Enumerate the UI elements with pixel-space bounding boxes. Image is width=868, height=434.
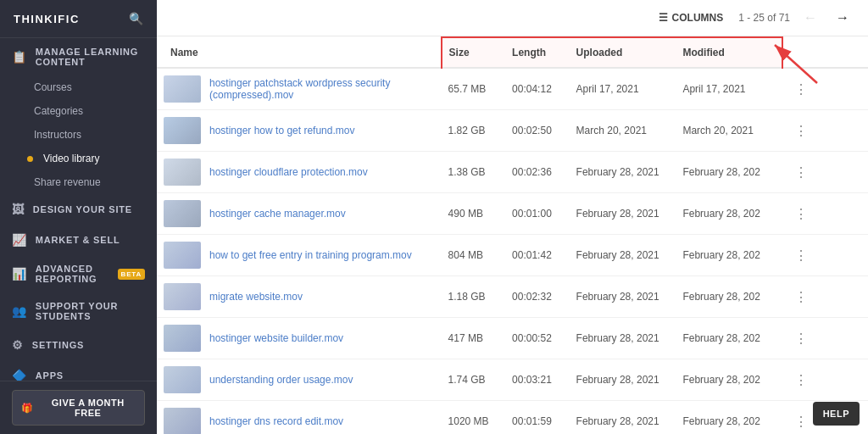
sidebar-item-video-library[interactable]: Video library — [0, 147, 157, 170]
file-uploaded: February 28, 2021 — [570, 193, 676, 235]
file-modified: February 28, 202 — [676, 193, 782, 235]
file-thumbnail — [164, 283, 201, 310]
file-menu-button[interactable]: ⋮ — [789, 246, 813, 265]
file-link[interactable]: hostinger dns record edit.mov — [209, 415, 343, 427]
file-table-container: Name Size Length Uploaded Modified hosti… — [157, 36, 868, 434]
file-name-cell: understanding order usage.mov — [157, 359, 442, 401]
table-row: hostinger cache manager.mov 490 MB 00:01… — [157, 193, 868, 235]
next-page-button[interactable]: → — [831, 8, 854, 27]
search-icon[interactable]: 🔍 — [129, 12, 143, 25]
sidebar-item-design-site[interactable]: 🖼 DESIGN YOUR SITE — [0, 194, 157, 225]
sidebar-section-label: ADVANCED REPORTING — [36, 264, 106, 284]
col-header-length[interactable]: Length — [505, 37, 570, 68]
file-length: 00:03:21 — [505, 359, 570, 401]
gift-icon: 🎁 — [21, 403, 34, 414]
file-modified: April 17, 2021 — [676, 68, 782, 110]
file-name-cell: hostinger dns record edit.mov — [157, 401, 442, 435]
file-size: 1.82 GB — [442, 110, 506, 152]
sidebar: THINKIFIC 🔍 📋 MANAGE LEARNING CONTENT Co… — [0, 0, 157, 434]
file-length: 00:00:52 — [505, 318, 570, 359]
app-name: THINKIFIC — [14, 13, 80, 25]
sidebar-item-instructors[interactable]: Instructors — [0, 123, 157, 147]
file-thumbnail — [164, 325, 201, 352]
sidebar-nav: 📋 MANAGE LEARNING CONTENT Courses Catego… — [0, 38, 157, 381]
file-link[interactable]: hostinger patchstack wordpress security … — [209, 77, 435, 101]
columns-button[interactable]: ☰ COLUMNS — [652, 8, 731, 27]
file-menu-button[interactable]: ⋮ — [789, 163, 813, 182]
file-actions: ⋮ — [782, 359, 868, 401]
file-uploaded: February 28, 2021 — [570, 235, 676, 276]
file-modified: March 20, 2021 — [676, 110, 782, 152]
file-actions: ⋮ — [782, 276, 868, 318]
file-actions: ⋮ — [782, 152, 868, 193]
table-row: understanding order usage.mov 1.74 GB 00… — [157, 359, 868, 401]
sidebar-section-label: SETTINGS — [32, 340, 84, 350]
file-modified: February 28, 202 — [676, 276, 782, 318]
prev-page-button[interactable]: ← — [798, 8, 822, 27]
file-name-cell: hostinger cloudflare protection.mov — [157, 152, 442, 193]
sidebar-item-courses[interactable]: Courses — [0, 75, 157, 99]
file-link[interactable]: migrate website.mov — [209, 291, 303, 303]
file-actions: ⋮ — [782, 193, 868, 235]
sidebar-item-categories[interactable]: Categories — [0, 99, 157, 123]
file-actions: ⋮ — [782, 68, 868, 110]
col-header-size[interactable]: Size — [442, 37, 506, 68]
col-header-uploaded[interactable]: Uploaded — [570, 37, 676, 68]
sidebar-item-share-revenue[interactable]: Share revenue — [0, 170, 157, 194]
give-month-button[interactable]: 🎁 GIVE A MONTH FREE — [12, 390, 145, 426]
table-header-row: Name Size Length Uploaded Modified — [157, 37, 868, 68]
file-menu-button[interactable]: ⋮ — [789, 329, 813, 348]
file-menu-button[interactable]: ⋮ — [789, 204, 813, 224]
help-button[interactable]: HELP — [813, 402, 860, 426]
file-name-cell: hostinger cache manager.mov — [157, 193, 442, 235]
sidebar-item-apps[interactable]: 🔷 APPS — [0, 360, 157, 381]
sidebar-item-market-sell[interactable]: 📈 MARKET & SELL — [0, 225, 157, 255]
beta-badge: BETA — [118, 269, 145, 280]
table-body: hostinger patchstack wordpress security … — [157, 68, 868, 434]
file-size: 804 MB — [442, 235, 506, 276]
file-link[interactable]: understanding order usage.mov — [209, 374, 353, 386]
table-row: how to get free entry in training progra… — [157, 235, 868, 276]
file-thumbnail — [164, 117, 201, 144]
file-uploaded: February 28, 2021 — [570, 401, 676, 435]
file-uploaded: March 20, 2021 — [570, 110, 676, 152]
file-modified: February 28, 202 — [676, 318, 782, 359]
file-modified: February 28, 202 — [676, 235, 782, 276]
file-name-cell: migrate website.mov — [157, 276, 442, 318]
file-length: 00:04:12 — [505, 68, 570, 110]
file-size: 490 MB — [442, 193, 506, 235]
file-menu-button[interactable]: ⋮ — [789, 80, 813, 99]
file-size: 1.18 GB — [442, 276, 506, 318]
file-thumbnail — [164, 366, 201, 393]
file-menu-button[interactable]: ⋮ — [789, 121, 813, 141]
file-link[interactable]: hostinger how to get refund.mov — [209, 125, 354, 136]
sidebar-item-advanced-reporting[interactable]: 📊 ADVANCED REPORTING BETA — [0, 255, 157, 292]
file-length: 00:01:00 — [505, 193, 570, 235]
file-link[interactable]: hostinger cache manager.mov — [209, 208, 346, 220]
file-size: 1.38 GB — [442, 152, 506, 193]
sidebar-item-settings[interactable]: ⚙ SETTINGS — [0, 330, 157, 360]
file-thumbnail — [164, 242, 201, 269]
table-row: migrate website.mov 1.18 GB 00:02:32 Feb… — [157, 276, 868, 318]
table-row: hostinger patchstack wordpress security … — [157, 68, 868, 110]
support-icon: 👥 — [12, 304, 27, 318]
file-menu-button[interactable]: ⋮ — [789, 287, 813, 307]
col-header-name[interactable]: Name — [157, 37, 442, 68]
file-actions: ⋮ — [782, 318, 868, 359]
file-uploaded: February 28, 2021 — [570, 152, 676, 193]
sidebar-item-support-students[interactable]: 👥 SUPPORT YOUR STUDENTS — [0, 292, 157, 330]
file-link[interactable]: how to get free entry in training progra… — [209, 249, 412, 261]
sidebar-item-manage-learning[interactable]: 📋 MANAGE LEARNING CONTENT — [0, 38, 157, 75]
file-length: 00:01:42 — [505, 235, 570, 276]
col-header-actions — [782, 37, 868, 68]
file-thumbnail — [164, 75, 201, 103]
file-link[interactable]: hostinger website builder.mov — [209, 332, 343, 344]
col-header-modified[interactable]: Modified — [676, 37, 782, 68]
design-icon: 🖼 — [12, 203, 25, 216]
file-menu-button[interactable]: ⋮ — [789, 412, 813, 431]
file-menu-button[interactable]: ⋮ — [789, 370, 813, 390]
file-link[interactable]: hostinger cloudflare protection.mov — [209, 166, 368, 178]
table-row: hostinger dns record edit.mov 1020 MB 00… — [157, 401, 868, 435]
file-name-cell: hostinger website builder.mov — [157, 318, 442, 359]
file-size: 417 MB — [442, 318, 506, 359]
